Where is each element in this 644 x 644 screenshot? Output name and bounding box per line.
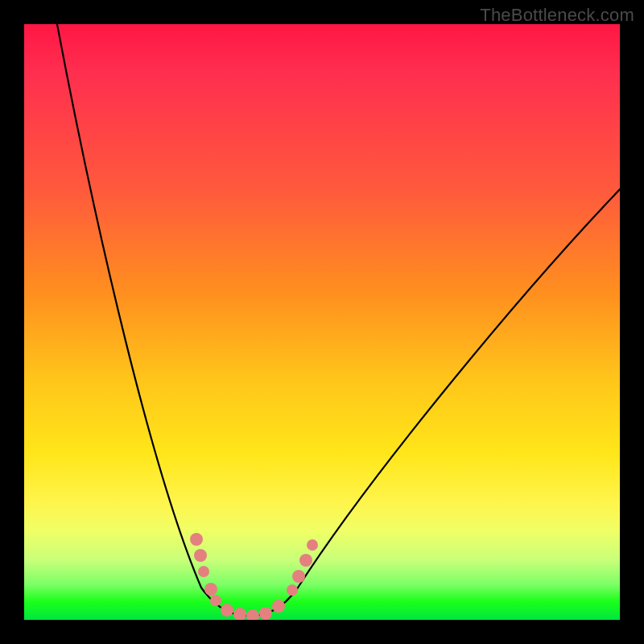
data-marker [292,570,305,583]
curve-group [56,24,620,616]
curve-left [56,24,250,616]
chart-svg [24,24,620,620]
data-marker [190,533,203,546]
data-marker [210,595,221,606]
data-marker [198,566,209,577]
data-marker [287,584,298,596]
data-marker [246,609,259,620]
data-marker [259,607,272,620]
data-marker [272,600,285,613]
watermark-text: TheBottleneck.com [480,5,634,26]
data-marker [204,583,217,596]
stage: TheBottleneck.com [0,0,644,644]
markers-group [190,533,318,620]
gradient-frame [24,24,620,620]
data-marker [299,554,312,567]
data-marker [233,608,246,620]
data-marker [194,549,207,562]
data-marker [221,604,233,617]
curve-right [250,185,620,616]
data-marker [307,539,318,551]
